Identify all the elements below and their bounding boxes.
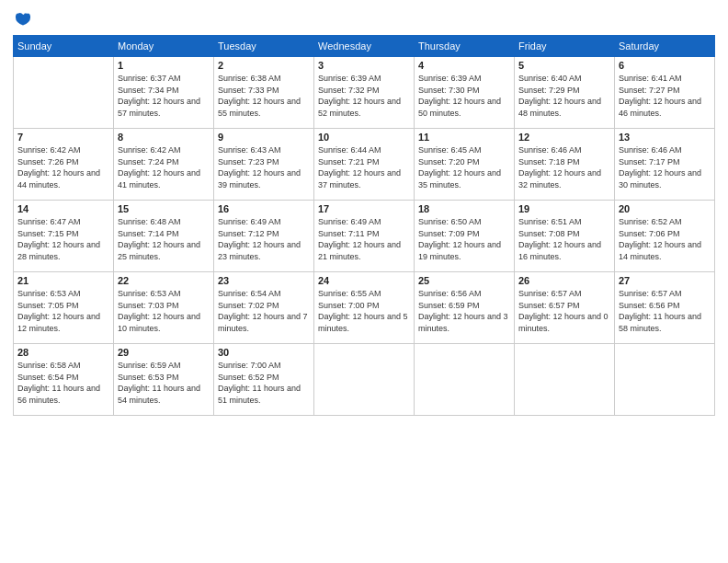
calendar-cell: 5Sunrise: 6:40 AMSunset: 7:29 PMDaylight… <box>515 57 615 129</box>
day-info: Sunrise: 6:40 AMSunset: 7:29 PMDaylight:… <box>518 73 610 119</box>
day-number: 27 <box>619 275 711 286</box>
calendar-cell: 7Sunrise: 6:42 AMSunset: 7:26 PMDaylight… <box>14 129 114 201</box>
day-info: Sunrise: 6:44 AMSunset: 7:21 PMDaylight:… <box>318 144 410 190</box>
day-info: Sunrise: 6:54 AMSunset: 7:02 PMDaylight:… <box>218 288 310 334</box>
day-number: 20 <box>619 203 711 214</box>
calendar-week-3: 14Sunrise: 6:47 AMSunset: 7:15 PMDayligh… <box>14 201 715 272</box>
day-number: 19 <box>518 203 610 214</box>
calendar-cell: 29Sunrise: 6:59 AMSunset: 6:53 PMDayligh… <box>114 344 214 416</box>
calendar-cell: 16Sunrise: 6:49 AMSunset: 7:12 PMDayligh… <box>214 201 314 272</box>
day-number: 15 <box>118 203 210 214</box>
calendar-cell: 3Sunrise: 6:39 AMSunset: 7:32 PMDaylight… <box>314 57 415 129</box>
day-number: 28 <box>17 347 109 358</box>
logo <box>13 9 35 29</box>
day-number: 2 <box>218 60 310 71</box>
calendar-table: SundayMondayTuesdayWednesdayThursdayFrid… <box>13 35 715 416</box>
day-info: Sunrise: 6:38 AMSunset: 7:33 PMDaylight:… <box>218 73 310 119</box>
day-info: Sunrise: 6:53 AMSunset: 7:05 PMDaylight:… <box>17 288 109 334</box>
calendar-cell: 8Sunrise: 6:42 AMSunset: 7:24 PMDaylight… <box>114 129 214 201</box>
calendar-cell: 26Sunrise: 6:57 AMSunset: 6:57 PMDayligh… <box>515 272 615 344</box>
calendar-cell: 27Sunrise: 6:57 AMSunset: 6:56 PMDayligh… <box>615 272 715 344</box>
day-info: Sunrise: 6:49 AMSunset: 7:12 PMDaylight:… <box>218 216 310 262</box>
day-info: Sunrise: 6:42 AMSunset: 7:26 PMDaylight:… <box>17 144 109 190</box>
day-info: Sunrise: 7:00 AMSunset: 6:52 PMDaylight:… <box>218 360 310 406</box>
calendar-cell: 25Sunrise: 6:56 AMSunset: 6:59 PMDayligh… <box>415 272 515 344</box>
day-number: 10 <box>318 132 410 143</box>
day-number: 5 <box>518 60 610 71</box>
calendar-cell: 15Sunrise: 6:48 AMSunset: 7:14 PMDayligh… <box>114 201 214 272</box>
calendar-header-monday: Monday <box>114 36 214 57</box>
day-info: Sunrise: 6:58 AMSunset: 6:54 PMDaylight:… <box>17 360 109 406</box>
calendar-cell: 1Sunrise: 6:37 AMSunset: 7:34 PMDaylight… <box>114 57 214 129</box>
calendar-cell: 24Sunrise: 6:55 AMSunset: 7:00 PMDayligh… <box>314 272 415 344</box>
calendar-cell: 30Sunrise: 7:00 AMSunset: 6:52 PMDayligh… <box>214 344 314 416</box>
day-number: 6 <box>619 60 711 71</box>
calendar-cell: 6Sunrise: 6:41 AMSunset: 7:27 PMDaylight… <box>615 57 715 129</box>
header <box>13 9 715 29</box>
calendar-header-tuesday: Tuesday <box>214 36 314 57</box>
calendar-cell: 13Sunrise: 6:46 AMSunset: 7:17 PMDayligh… <box>615 129 715 201</box>
calendar-cell: 19Sunrise: 6:51 AMSunset: 7:08 PMDayligh… <box>515 201 615 272</box>
calendar-cell <box>14 57 114 129</box>
calendar-week-2: 7Sunrise: 6:42 AMSunset: 7:26 PMDaylight… <box>14 129 715 201</box>
calendar-cell <box>314 344 415 416</box>
day-number: 21 <box>17 275 109 286</box>
day-info: Sunrise: 6:39 AMSunset: 7:30 PMDaylight:… <box>418 73 510 119</box>
calendar-header-wednesday: Wednesday <box>314 36 415 57</box>
day-info: Sunrise: 6:46 AMSunset: 7:18 PMDaylight:… <box>518 144 610 190</box>
day-number: 13 <box>619 132 711 143</box>
calendar-cell <box>515 344 615 416</box>
calendar-cell: 28Sunrise: 6:58 AMSunset: 6:54 PMDayligh… <box>14 344 114 416</box>
day-number: 24 <box>318 275 410 286</box>
day-number: 18 <box>418 203 510 214</box>
calendar-cell: 11Sunrise: 6:45 AMSunset: 7:20 PMDayligh… <box>415 129 515 201</box>
day-number: 16 <box>218 203 310 214</box>
day-number: 26 <box>518 275 610 286</box>
day-info: Sunrise: 6:37 AMSunset: 7:34 PMDaylight:… <box>118 73 210 119</box>
day-info: Sunrise: 6:41 AMSunset: 7:27 PMDaylight:… <box>619 73 711 119</box>
day-number: 9 <box>218 132 310 143</box>
calendar-cell: 21Sunrise: 6:53 AMSunset: 7:05 PMDayligh… <box>14 272 114 344</box>
calendar-week-5: 28Sunrise: 6:58 AMSunset: 6:54 PMDayligh… <box>14 344 715 416</box>
calendar-cell: 20Sunrise: 6:52 AMSunset: 7:06 PMDayligh… <box>615 201 715 272</box>
day-info: Sunrise: 6:47 AMSunset: 7:15 PMDaylight:… <box>17 216 109 262</box>
day-number: 14 <box>17 203 109 214</box>
day-info: Sunrise: 6:56 AMSunset: 6:59 PMDaylight:… <box>418 288 510 334</box>
day-info: Sunrise: 6:48 AMSunset: 7:14 PMDaylight:… <box>118 216 210 262</box>
calendar-cell: 23Sunrise: 6:54 AMSunset: 7:02 PMDayligh… <box>214 272 314 344</box>
calendar-cell: 12Sunrise: 6:46 AMSunset: 7:18 PMDayligh… <box>515 129 615 201</box>
day-number: 7 <box>17 132 109 143</box>
calendar-week-4: 21Sunrise: 6:53 AMSunset: 7:05 PMDayligh… <box>14 272 715 344</box>
day-number: 25 <box>418 275 510 286</box>
day-number: 4 <box>418 60 510 71</box>
calendar-cell <box>415 344 515 416</box>
calendar-cell: 18Sunrise: 6:50 AMSunset: 7:09 PMDayligh… <box>415 201 515 272</box>
day-number: 30 <box>218 347 310 358</box>
day-info: Sunrise: 6:59 AMSunset: 6:53 PMDaylight:… <box>118 360 210 406</box>
day-info: Sunrise: 6:57 AMSunset: 6:56 PMDaylight:… <box>619 288 711 334</box>
day-info: Sunrise: 6:39 AMSunset: 7:32 PMDaylight:… <box>318 73 410 119</box>
calendar-header-friday: Friday <box>515 36 615 57</box>
day-number: 3 <box>318 60 410 71</box>
day-number: 17 <box>318 203 410 214</box>
calendar-header-sunday: Sunday <box>14 36 114 57</box>
calendar-header-thursday: Thursday <box>415 36 515 57</box>
calendar-cell: 2Sunrise: 6:38 AMSunset: 7:33 PMDaylight… <box>214 57 314 129</box>
day-number: 29 <box>118 347 210 358</box>
day-number: 8 <box>118 132 210 143</box>
day-number: 23 <box>218 275 310 286</box>
calendar-cell: 4Sunrise: 6:39 AMSunset: 7:30 PMDaylight… <box>415 57 515 129</box>
day-info: Sunrise: 6:42 AMSunset: 7:24 PMDaylight:… <box>118 144 210 190</box>
day-number: 1 <box>118 60 210 71</box>
calendar-header-saturday: Saturday <box>615 36 715 57</box>
day-number: 22 <box>118 275 210 286</box>
calendar-cell: 10Sunrise: 6:44 AMSunset: 7:21 PMDayligh… <box>314 129 415 201</box>
day-info: Sunrise: 6:45 AMSunset: 7:20 PMDaylight:… <box>418 144 510 190</box>
day-info: Sunrise: 6:49 AMSunset: 7:11 PMDaylight:… <box>318 216 410 262</box>
day-info: Sunrise: 6:50 AMSunset: 7:09 PMDaylight:… <box>418 216 510 262</box>
day-info: Sunrise: 6:57 AMSunset: 6:57 PMDaylight:… <box>518 288 610 334</box>
day-info: Sunrise: 6:43 AMSunset: 7:23 PMDaylight:… <box>218 144 310 190</box>
calendar-cell: 14Sunrise: 6:47 AMSunset: 7:15 PMDayligh… <box>14 201 114 272</box>
page-container: SundayMondayTuesdayWednesdayThursdayFrid… <box>0 0 728 421</box>
calendar-header-row: SundayMondayTuesdayWednesdayThursdayFrid… <box>14 36 715 57</box>
